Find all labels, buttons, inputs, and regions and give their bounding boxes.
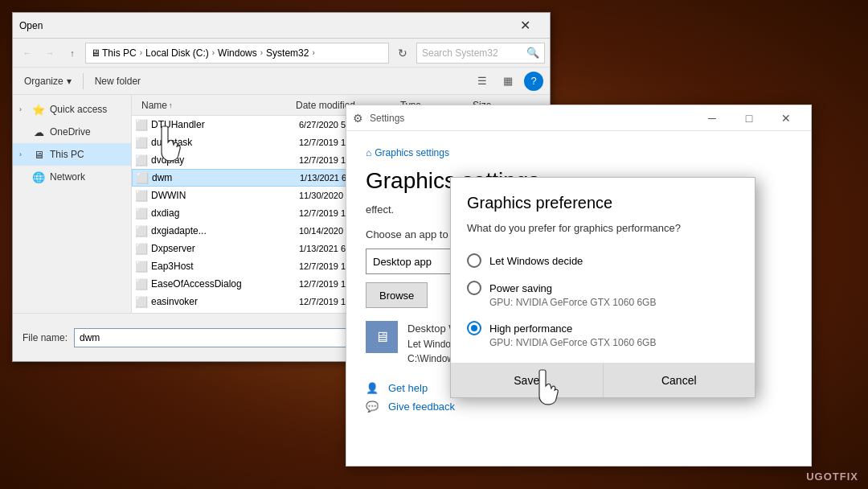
option-high-perf[interactable]: High performance GPU: NVIDIA GeForce GTX…: [451, 314, 755, 355]
file-name: easinvoker: [151, 296, 299, 307]
file-name: dvdplay: [151, 154, 299, 166]
search-box[interactable]: Search System32 🔍: [416, 43, 545, 64]
sidebar-item-network[interactable]: 🌐 Network: [13, 166, 131, 188]
file-icon: ⬜: [135, 277, 148, 290]
refresh-btn[interactable]: ↻: [392, 43, 413, 64]
file-icon: ⬜: [135, 154, 148, 166]
chevron-icon: ›: [140, 48, 142, 57]
minimize-btn[interactable]: ─: [694, 105, 731, 131]
address-segment-thispc: 🖥 This PC: [91, 47, 137, 59]
feedback-icon: 💬: [366, 401, 379, 413]
option-power-saving[interactable]: Power saving GPU: NVIDIA GeForce GTX 106…: [451, 274, 755, 314]
search-icon: 🔍: [526, 47, 539, 59]
new-folder-btn[interactable]: New folder: [90, 74, 145, 88]
option-row-let-windows: Let Windows decide: [467, 253, 739, 268]
settings-breadcrumb: ⌂ Graphics settings: [366, 147, 792, 158]
file-name: dxgiadapte...: [151, 225, 299, 236]
file-icon: ⬜: [135, 207, 148, 220]
file-name: DWWIN: [151, 190, 299, 201]
open-dialog-titlebar: Open ✕: [13, 13, 550, 39]
file-name: dusmtask: [151, 137, 299, 148]
this-pc-icon: 🖥: [91, 47, 100, 59]
sidebar-item-onedrive[interactable]: ☁ OneDrive: [13, 121, 131, 143]
feedback-link-row: 💬 Give feedback: [366, 401, 792, 413]
pref-save-btn[interactable]: Save: [451, 364, 604, 397]
file-name: Eap3Host: [151, 261, 299, 272]
radio-let-windows[interactable]: [467, 253, 481, 268]
open-dialog-title: Open: [19, 20, 506, 31]
sort-arrow: ↑: [169, 101, 173, 109]
radio-power-saving[interactable]: [467, 281, 481, 295]
file-icon: ⬜: [135, 136, 148, 149]
settings-close-btn[interactable]: ✕: [768, 105, 805, 131]
view-grid-btn[interactable]: ▦: [498, 72, 518, 91]
file-icon: ⬜: [136, 171, 149, 184]
sidebar-item-this-pc[interactable]: › 🖥 This PC: [13, 143, 131, 166]
organize-chevron: ▾: [67, 76, 72, 87]
sidebar: › ⭐ Quick access ☁ OneDrive › 🖥 This PC …: [13, 95, 132, 313]
file-icon: ⬜: [135, 118, 148, 131]
high-perf-sublabel: GPU: NVIDIA GeForce GTX 1060 6GB: [489, 337, 739, 348]
option-row-high-perf: High performance: [467, 321, 739, 335]
help-btn[interactable]: ?: [524, 72, 543, 91]
option-row-power-saving: Power saving: [467, 281, 739, 295]
address-segment-windows: Windows: [218, 47, 257, 59]
file-icon: ⬜: [135, 260, 148, 273]
expand-icon-network: [19, 173, 27, 181]
filename-label: File name:: [23, 332, 68, 343]
toolbar: Organize ▾ New folder ☰ ▦ ?: [13, 68, 550, 95]
graphics-pref-dialog: Graphics preference What do you prefer f…: [450, 177, 755, 398]
radio-inner-selected: [471, 325, 477, 331]
col-name[interactable]: Name ↑: [135, 100, 296, 111]
file-name: EaseOfAccessDialog: [151, 278, 299, 290]
maximize-btn[interactable]: □: [731, 105, 768, 131]
address-segment-localdisk: Local Disk (C:): [145, 47, 209, 59]
file-name: dwm: [152, 172, 300, 183]
pref-question: What do you prefer for graphics performa…: [451, 222, 755, 247]
file-name: Dxpserver: [151, 243, 299, 254]
navigation-bar: ← → ↑ 🖥 This PC › Local Disk (C:) › Wind…: [13, 39, 550, 68]
app-icon: 🖥: [366, 321, 398, 353]
search-placeholder: Search System32: [422, 47, 498, 59]
expand-icon: ›: [19, 105, 27, 113]
option-let-windows[interactable]: Let Windows decide: [451, 247, 755, 274]
radio-high-perf[interactable]: [467, 321, 481, 335]
up-btn[interactable]: ↑: [63, 43, 82, 63]
view-details-btn[interactable]: ☰: [473, 72, 492, 91]
forward-btn[interactable]: →: [40, 43, 59, 63]
app-icon-glyph: 🖥: [375, 329, 389, 346]
chevron-icon-2: ›: [212, 48, 215, 57]
network-icon: 🌐: [32, 171, 45, 183]
file-icon: ⬜: [135, 224, 148, 237]
file-name: dxdiag: [151, 208, 299, 219]
breadcrumb-label: Graphics settings: [375, 147, 449, 158]
open-dialog-close-btn[interactable]: ✕: [506, 13, 543, 39]
give-feedback-link[interactable]: Give feedback: [388, 401, 455, 413]
watermark: UGOTFIX: [806, 471, 858, 483]
quick-access-icon: ⭐: [32, 103, 45, 116]
power-saving-sublabel: GPU: NVIDIA GeForce GTX 1060 6GB: [489, 297, 739, 308]
address-bar[interactable]: 🖥 This PC › Local Disk (C:) › Windows › …: [85, 43, 389, 64]
file-icon: ⬜: [135, 242, 148, 255]
chevron-icon-3: ›: [260, 48, 263, 57]
back-btn[interactable]: ←: [18, 43, 37, 63]
chevron-icon-4: ›: [312, 48, 314, 57]
address-segment-system32: System32: [266, 47, 309, 59]
browse-btn[interactable]: Browse: [366, 282, 428, 308]
this-pc-sidebar-icon: 🖥: [32, 148, 45, 161]
pref-cancel-btn[interactable]: Cancel: [604, 364, 755, 397]
settings-app-icon: ⚙: [353, 112, 363, 125]
onedrive-icon: ☁: [32, 125, 45, 138]
organize-btn[interactable]: Organize ▾: [19, 74, 76, 88]
toolbar-separator: [83, 73, 84, 89]
settings-titlebar: ⚙ Settings ─ □ ✕: [346, 105, 811, 131]
settings-title: Settings: [370, 113, 694, 124]
home-icon: ⌂: [366, 147, 371, 158]
pref-dialog-title: Graphics preference: [451, 178, 755, 222]
file-name: DTUHandler: [151, 119, 299, 130]
get-help-link[interactable]: Get help: [388, 382, 428, 394]
pref-dialog-buttons: Save Cancel: [451, 363, 755, 397]
expand-icon-this-pc: ›: [19, 150, 27, 158]
sidebar-item-quick-access[interactable]: › ⭐ Quick access: [13, 98, 131, 121]
expand-icon-onedrive: [19, 128, 27, 136]
